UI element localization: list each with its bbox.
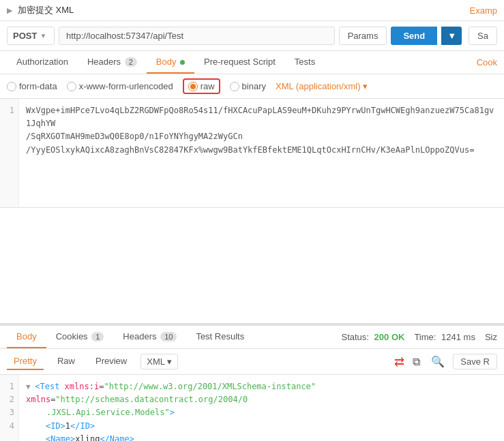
resp-tab-body-label: Body [16,331,37,341]
radio-form-data[interactable]: form-data [7,81,57,91]
status-prefix: Status: [342,332,369,342]
resp-line-1b: .JXSL.Api.Service.Models"> [26,406,497,419]
method-label: POST [13,31,37,41]
fmt-preview-label: Preview [95,356,127,366]
search-icon[interactable]: 🔍 [428,354,447,369]
request-tabs: Authorization Headers 2 Body Pre-request… [0,51,504,74]
body-type-bar: form-data x-www-form-urlencoded raw bina… [0,74,504,99]
tag-test-open: <Test [35,382,59,391]
headers-badge: 2 [125,57,137,67]
url-bar: POST ▼ Params Send ▼ Sa [0,21,504,51]
line-numbers: 1 [0,99,19,207]
body-dot [180,60,185,65]
resp-tab-body[interactable]: Body [7,326,46,348]
method-arrow: ▼ [40,32,46,40]
radio-binary-circle [230,82,239,91]
radio-urlencoded-circle [67,82,76,91]
line-num-1: 1 [4,104,14,117]
wrap-icon[interactable]: ⇄ [394,354,404,369]
radio-raw-label: raw [201,81,215,91]
tag-id-close: </ID> [70,421,95,431]
radio-raw-circle [188,82,198,91]
xml-format-arrow: ▾ [363,81,368,91]
expand-arrow[interactable]: ▼ [26,382,35,391]
response-code-area: 1 2 3 4 ▼ <Test xmlns:i="http://www.w3.o… [0,375,504,441]
fmt-tab-raw[interactable]: Raw [50,353,82,370]
cookies-count-badge: 1 [91,332,104,341]
resp-line-numbers: 1 2 3 4 [0,375,19,441]
tab-body-label: Body [156,57,177,67]
xml-select-arrow: ▾ [167,356,172,367]
copy-icon[interactable]: ⧉ [410,354,423,369]
resp-line-num-4: 4 [4,420,14,433]
attr-val-2: "http://schemas.datacontract.org/2004/0 [55,395,248,404]
radio-form-data-circle [7,82,16,91]
resp-line-num-3: 3 [4,406,14,419]
tag-test-close-open: > [170,408,175,417]
response-icons: ⇄ ⧉ 🔍 Save R [394,354,497,369]
response-format-bar: Pretty Raw Preview XML ▾ ⇄ ⧉ 🔍 Save R [0,349,504,375]
time-label: Time: 1241 ms [414,332,475,342]
response-code-content[interactable]: ▼ <Test xmlns:i="http://www.w3.org/2001/… [19,375,504,441]
fmt-tab-pretty[interactable]: Pretty [7,353,44,370]
radio-urlencoded[interactable]: x-www-form-urlencoded [67,81,173,91]
xml-select-label: XML [147,356,165,367]
top-bar-title: 加密提交 XML [18,4,74,16]
tag-name-open: <Name> [46,434,75,441]
resp-tab-cookies[interactable]: Cookies 1 [46,326,114,348]
example-link[interactable]: Examp [470,5,497,16]
tab-tests-label: Tests [295,57,315,67]
status-label: Status: 200 OK [342,332,405,342]
empty-editor-area [0,208,504,324]
attr-xmlns-i: xmlns:i [59,382,99,391]
resp-line-2: <ID>1</ID> [26,420,497,433]
fmt-tab-preview[interactable]: Preview [89,353,134,370]
tab-body[interactable]: Body [147,51,194,74]
radio-raw[interactable]: raw [183,78,220,94]
time-value: 1241 ms [441,332,475,342]
tab-authorization[interactable]: Authorization [7,51,78,74]
params-button[interactable]: Params [339,27,387,45]
save-response-button[interactable]: Save R [453,354,497,369]
radio-form-data-label: form-data [19,81,57,91]
size-label: Siz [485,332,497,342]
time-prefix: Time: [414,332,436,342]
radio-binary[interactable]: binary [230,81,266,91]
tag-name-close: </Name> [100,434,134,441]
radio-binary-label: binary [242,81,266,91]
save-button[interactable]: Sa [469,27,497,45]
tab-prerequest[interactable]: Pre-request Script [194,51,285,74]
status-value: 200 OK [374,332,405,342]
code-editor: 1 WxVgpe+imHPce7Lvo4qLbZ2RGDWFpQo8Ro54s1… [0,99,504,208]
id-value: 1 [65,421,70,431]
method-select[interactable]: POST ▼ [7,27,55,45]
attr-xmlns: xmlns [26,395,50,404]
radio-urlencoded-label: x-www-form-urlencoded [79,81,173,91]
resp-tab-headers[interactable]: Headers 10 [113,326,186,348]
send-arrow-button[interactable]: ▼ [441,27,462,45]
headers-count-badge: 10 [160,332,177,341]
tab-prerequest-label: Pre-request Script [204,57,276,67]
xml-format-select[interactable]: XML (application/xml) ▾ [276,81,368,91]
response-section: Body Cookies 1 Headers 10 Test Results S… [0,324,504,441]
url-input[interactable] [59,27,335,45]
fmt-raw-label: Raw [57,356,75,366]
fmt-pretty-label: Pretty [14,356,37,366]
resp-tab-test-results[interactable]: Test Results [186,326,254,348]
attr-val-2b: .JXSL.Api.Service.Models" [46,408,170,417]
tab-authorization-label: Authorization [16,57,68,67]
resp-line-3: <Name>xling</Name> [26,433,497,441]
tab-headers[interactable]: Headers 2 [78,51,147,74]
send-button[interactable]: Send [391,27,437,45]
resp-tab-cookies-label: Cookies [56,331,88,341]
resp-tab-test-results-label: Test Results [196,331,244,341]
resp-line-num-1: 1 [4,380,14,393]
xml-format-dropdown[interactable]: XML ▾ [140,354,178,369]
tab-tests[interactable]: Tests [285,51,325,74]
status-area: Status: 200 OK Time: 1241 ms Siz [342,332,498,342]
cookies-link[interactable]: Cook [477,57,497,67]
tab-headers-label: Headers [87,57,121,67]
top-bar: ▶ 加密提交 XML Examp [0,0,504,21]
code-content[interactable]: WxVgpe+imHPce7Lvo4qLbZ2RGDWFpQo8Ro54s11/… [19,99,504,207]
response-tabs: Body Cookies 1 Headers 10 Test Results S… [0,326,504,349]
